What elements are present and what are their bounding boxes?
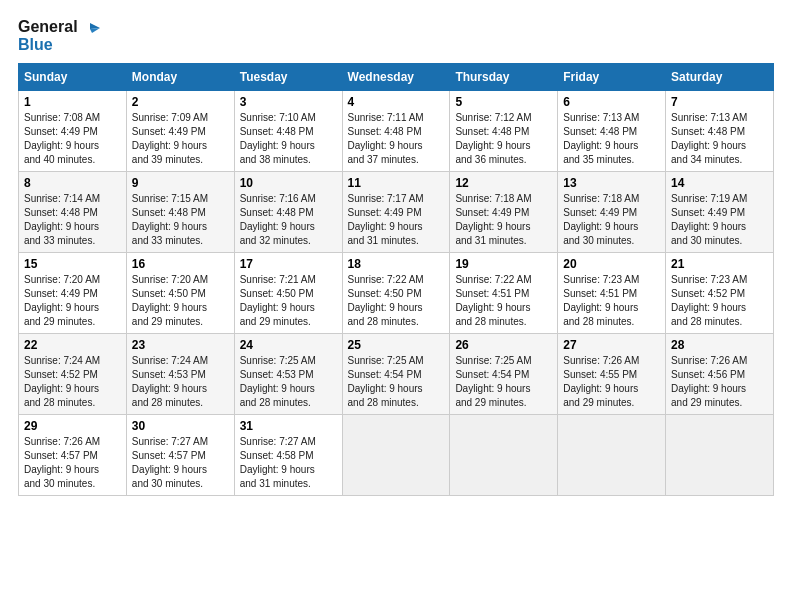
day-number: 8: [24, 176, 121, 190]
cell-4-6: 28Sunrise: 7:26 AM Sunset: 4:56 PM Dayli…: [666, 334, 774, 415]
week-row-3: 15Sunrise: 7:20 AM Sunset: 4:49 PM Dayli…: [19, 253, 774, 334]
day-number: 17: [240, 257, 337, 271]
day-number: 25: [348, 338, 445, 352]
day-number: 5: [455, 95, 552, 109]
day-number: 19: [455, 257, 552, 271]
col-header-tuesday: Tuesday: [234, 64, 342, 91]
col-header-sunday: Sunday: [19, 64, 127, 91]
cell-5-5: [558, 415, 666, 496]
col-header-friday: Friday: [558, 64, 666, 91]
col-header-saturday: Saturday: [666, 64, 774, 91]
cell-5-0: 29Sunrise: 7:26 AM Sunset: 4:57 PM Dayli…: [19, 415, 127, 496]
week-row-1: 1Sunrise: 7:08 AM Sunset: 4:49 PM Daylig…: [19, 91, 774, 172]
day-number: 23: [132, 338, 229, 352]
day-info: Sunrise: 7:18 AM Sunset: 4:49 PM Dayligh…: [455, 192, 552, 248]
day-info: Sunrise: 7:25 AM Sunset: 4:54 PM Dayligh…: [455, 354, 552, 410]
day-info: Sunrise: 7:19 AM Sunset: 4:49 PM Dayligh…: [671, 192, 768, 248]
day-info: Sunrise: 7:14 AM Sunset: 4:48 PM Dayligh…: [24, 192, 121, 248]
week-row-5: 29Sunrise: 7:26 AM Sunset: 4:57 PM Dayli…: [19, 415, 774, 496]
day-info: Sunrise: 7:13 AM Sunset: 4:48 PM Dayligh…: [671, 111, 768, 167]
week-row-2: 8Sunrise: 7:14 AM Sunset: 4:48 PM Daylig…: [19, 172, 774, 253]
col-header-monday: Monday: [126, 64, 234, 91]
day-number: 1: [24, 95, 121, 109]
cell-4-0: 22Sunrise: 7:24 AM Sunset: 4:52 PM Dayli…: [19, 334, 127, 415]
cell-2-5: 13Sunrise: 7:18 AM Sunset: 4:49 PM Dayli…: [558, 172, 666, 253]
cell-1-3: 4Sunrise: 7:11 AM Sunset: 4:48 PM Daylig…: [342, 91, 450, 172]
header: General Blue: [18, 18, 774, 53]
day-number: 10: [240, 176, 337, 190]
day-number: 9: [132, 176, 229, 190]
cell-4-5: 27Sunrise: 7:26 AM Sunset: 4:55 PM Dayli…: [558, 334, 666, 415]
day-info: Sunrise: 7:22 AM Sunset: 4:50 PM Dayligh…: [348, 273, 445, 329]
day-number: 31: [240, 419, 337, 433]
day-info: Sunrise: 7:21 AM Sunset: 4:50 PM Dayligh…: [240, 273, 337, 329]
day-info: Sunrise: 7:20 AM Sunset: 4:49 PM Dayligh…: [24, 273, 121, 329]
day-info: Sunrise: 7:20 AM Sunset: 4:50 PM Dayligh…: [132, 273, 229, 329]
cell-4-3: 25Sunrise: 7:25 AM Sunset: 4:54 PM Dayli…: [342, 334, 450, 415]
day-number: 30: [132, 419, 229, 433]
day-number: 21: [671, 257, 768, 271]
day-info: Sunrise: 7:27 AM Sunset: 4:58 PM Dayligh…: [240, 435, 337, 491]
day-number: 15: [24, 257, 121, 271]
day-number: 7: [671, 95, 768, 109]
day-info: Sunrise: 7:15 AM Sunset: 4:48 PM Dayligh…: [132, 192, 229, 248]
cell-4-4: 26Sunrise: 7:25 AM Sunset: 4:54 PM Dayli…: [450, 334, 558, 415]
cell-3-6: 21Sunrise: 7:23 AM Sunset: 4:52 PM Dayli…: [666, 253, 774, 334]
cell-5-2: 31Sunrise: 7:27 AM Sunset: 4:58 PM Dayli…: [234, 415, 342, 496]
cell-5-6: [666, 415, 774, 496]
day-info: Sunrise: 7:16 AM Sunset: 4:48 PM Dayligh…: [240, 192, 337, 248]
day-number: 12: [455, 176, 552, 190]
cell-5-4: [450, 415, 558, 496]
day-number: 4: [348, 95, 445, 109]
cell-5-3: [342, 415, 450, 496]
cell-1-5: 6Sunrise: 7:13 AM Sunset: 4:48 PM Daylig…: [558, 91, 666, 172]
page: General Blue SundayMondayTuesdayWednesda…: [0, 0, 792, 508]
day-number: 28: [671, 338, 768, 352]
cell-2-3: 11Sunrise: 7:17 AM Sunset: 4:49 PM Dayli…: [342, 172, 450, 253]
day-number: 18: [348, 257, 445, 271]
day-info: Sunrise: 7:17 AM Sunset: 4:49 PM Dayligh…: [348, 192, 445, 248]
day-number: 14: [671, 176, 768, 190]
day-info: Sunrise: 7:26 AM Sunset: 4:55 PM Dayligh…: [563, 354, 660, 410]
day-number: 11: [348, 176, 445, 190]
logo-content: General Blue: [18, 18, 100, 53]
logo-bird-icon: [82, 21, 100, 35]
calendar-table: SundayMondayTuesdayWednesdayThursdayFrid…: [18, 63, 774, 496]
cell-1-0: 1Sunrise: 7:08 AM Sunset: 4:49 PM Daylig…: [19, 91, 127, 172]
day-number: 3: [240, 95, 337, 109]
day-info: Sunrise: 7:26 AM Sunset: 4:57 PM Dayligh…: [24, 435, 121, 491]
cell-1-1: 2Sunrise: 7:09 AM Sunset: 4:49 PM Daylig…: [126, 91, 234, 172]
day-number: 29: [24, 419, 121, 433]
day-info: Sunrise: 7:23 AM Sunset: 4:52 PM Dayligh…: [671, 273, 768, 329]
cell-2-4: 12Sunrise: 7:18 AM Sunset: 4:49 PM Dayli…: [450, 172, 558, 253]
svg-marker-0: [90, 23, 100, 29]
cell-3-0: 15Sunrise: 7:20 AM Sunset: 4:49 PM Dayli…: [19, 253, 127, 334]
day-info: Sunrise: 7:27 AM Sunset: 4:57 PM Dayligh…: [132, 435, 229, 491]
week-row-4: 22Sunrise: 7:24 AM Sunset: 4:52 PM Dayli…: [19, 334, 774, 415]
logo: General Blue: [18, 18, 100, 53]
day-number: 13: [563, 176, 660, 190]
cell-3-2: 17Sunrise: 7:21 AM Sunset: 4:50 PM Dayli…: [234, 253, 342, 334]
cell-2-0: 8Sunrise: 7:14 AM Sunset: 4:48 PM Daylig…: [19, 172, 127, 253]
day-number: 24: [240, 338, 337, 352]
day-info: Sunrise: 7:08 AM Sunset: 4:49 PM Dayligh…: [24, 111, 121, 167]
day-number: 16: [132, 257, 229, 271]
cell-3-1: 16Sunrise: 7:20 AM Sunset: 4:50 PM Dayli…: [126, 253, 234, 334]
cell-4-1: 23Sunrise: 7:24 AM Sunset: 4:53 PM Dayli…: [126, 334, 234, 415]
day-info: Sunrise: 7:12 AM Sunset: 4:48 PM Dayligh…: [455, 111, 552, 167]
day-number: 27: [563, 338, 660, 352]
day-info: Sunrise: 7:13 AM Sunset: 4:48 PM Dayligh…: [563, 111, 660, 167]
cell-1-4: 5Sunrise: 7:12 AM Sunset: 4:48 PM Daylig…: [450, 91, 558, 172]
day-number: 6: [563, 95, 660, 109]
cell-1-2: 3Sunrise: 7:10 AM Sunset: 4:48 PM Daylig…: [234, 91, 342, 172]
day-info: Sunrise: 7:09 AM Sunset: 4:49 PM Dayligh…: [132, 111, 229, 167]
cell-2-1: 9Sunrise: 7:15 AM Sunset: 4:48 PM Daylig…: [126, 172, 234, 253]
header-row: SundayMondayTuesdayWednesdayThursdayFrid…: [19, 64, 774, 91]
day-number: 20: [563, 257, 660, 271]
day-info: Sunrise: 7:25 AM Sunset: 4:53 PM Dayligh…: [240, 354, 337, 410]
day-info: Sunrise: 7:24 AM Sunset: 4:53 PM Dayligh…: [132, 354, 229, 410]
day-number: 22: [24, 338, 121, 352]
day-number: 2: [132, 95, 229, 109]
day-info: Sunrise: 7:11 AM Sunset: 4:48 PM Dayligh…: [348, 111, 445, 167]
cell-2-2: 10Sunrise: 7:16 AM Sunset: 4:48 PM Dayli…: [234, 172, 342, 253]
